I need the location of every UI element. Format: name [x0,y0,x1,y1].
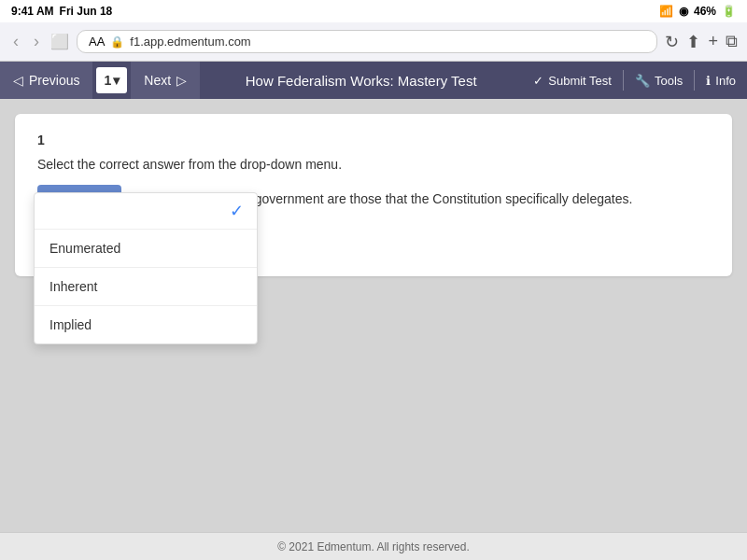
info-label: Info [715,74,736,88]
submit-test-button[interactable]: ✓ Submit Test [522,62,623,99]
info-icon: ℹ [706,74,711,88]
battery-icon: 🔋 [722,5,736,18]
status-bar: 9:41 AM Fri Jun 18 📶 ◉ 46% 🔋 [0,0,747,22]
browser-actions: ↻ ⬆ + ⧉ [665,32,738,52]
font-size-label: AA [89,35,105,49]
location-icon: ◉ [679,5,688,18]
submit-icon: ✓ [533,74,543,88]
browser-back-button[interactable]: ‹ [9,30,22,53]
footer: © 2021 Edmentum. All rights reserved. [0,532,747,560]
checkmark-icon: ✓ [230,201,244,221]
next-button[interactable]: Next ▷ [131,62,200,99]
nav-right-buttons: ✓ Submit Test 🔧 Tools ℹ Info [522,62,747,99]
status-time: 9:41 AM [11,5,54,18]
question-num-value: 1 [104,73,111,88]
next-arrow-icon: ▷ [176,73,187,88]
new-tab-icon[interactable]: + [708,32,718,52]
prev-arrow-icon: ◁ [13,73,23,88]
dropdown-menu: ✓ Enumerated Inherent Implied [34,192,258,344]
submit-label: Submit Test [548,74,612,88]
battery-level: 46% [694,5,716,18]
next-label: Next [144,73,171,88]
status-date: Fri Jun 18 [60,5,113,18]
wifi-icon: 📶 [659,5,673,18]
info-button[interactable]: ℹ Info [695,62,747,99]
app-nav-bar: ◁ Previous 1 ▾ Next ▷ How Federalism Wor… [0,62,747,99]
browser-tabs-icon: ⬜ [50,33,69,50]
dropdown-item-inherent[interactable]: Inherent [35,268,257,306]
question-instruction: Select the correct answer from the drop-… [37,157,710,172]
main-content: 1 Select the correct answer from the dro… [0,99,747,532]
dropdown-check-row: ✓ [35,193,257,230]
share-icon[interactable]: ⬆ [686,32,700,52]
lock-icon: 🔒 [110,35,124,49]
question-number-selector[interactable]: 1 ▾ [96,67,127,93]
tools-button[interactable]: 🔧 Tools [624,62,694,99]
refresh-icon[interactable]: ↻ [665,32,679,52]
browser-bar: ‹ › ⬜ AA 🔒 f1.app.edmentum.com ↻ ⬆ + ⧉ [0,22,747,62]
tools-label: Tools [655,74,683,88]
tools-icon: 🔧 [635,74,650,88]
copyright-text: © 2021 Edmentum. All rights reserved. [277,540,470,553]
previous-button[interactable]: ◁ Previous [0,62,92,99]
dropdown-item-implied[interactable]: Implied [35,306,257,343]
previous-label: Previous [29,73,79,88]
browser-forward-button[interactable]: › [30,30,43,53]
page-title: How Federalism Works: Mastery Test [200,73,522,89]
url-text: f1.app.edmentum.com [130,35,250,49]
question-number: 1 [37,133,710,147]
dropdown-item-enumerated[interactable]: Enumerated [35,230,257,268]
url-bar[interactable]: AA 🔒 f1.app.edmentum.com [77,30,657,53]
tabs-icon[interactable]: ⧉ [726,32,738,52]
chevron-down-icon: ▾ [113,73,120,88]
